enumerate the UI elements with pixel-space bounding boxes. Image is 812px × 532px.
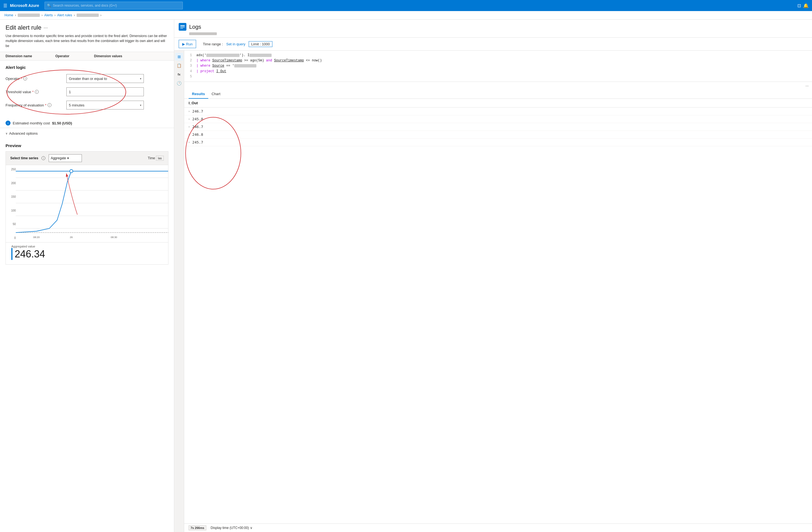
- threshold-input[interactable]: [67, 87, 144, 96]
- breadcrumb-sep5: ›: [100, 13, 102, 17]
- aggregate-select[interactable]: Aggregate ▾: [49, 154, 82, 162]
- advanced-options-toggle[interactable]: ∨ Advanced options: [0, 128, 174, 139]
- logs-icon: [179, 23, 186, 31]
- line-num-2: 2: [188, 58, 192, 63]
- time-series-label: Select time series: [10, 156, 38, 160]
- frequency-select[interactable]: 5 minutes ▾: [67, 101, 144, 109]
- aggregate-value: Aggregate: [50, 156, 66, 160]
- preview-title: Preview: [5, 143, 169, 148]
- cost-estimate-text: Estimated monthly cost: [13, 121, 50, 125]
- time-range-value[interactable]: Set in query: [226, 42, 245, 46]
- limit-badge[interactable]: Limit : 1000: [249, 41, 272, 47]
- cost-amount: $1.50 (USD): [52, 121, 72, 125]
- notification-icon[interactable]: 🔔: [803, 3, 809, 8]
- operator-control: Greater than or equal to ▾: [67, 74, 144, 83]
- operator-row: Operator * i Greater than or equal to ▾: [5, 74, 169, 83]
- left-panel: Edit alert rule ··· Use dimensions to mo…: [0, 20, 174, 532]
- query-ellipsis[interactable]: ···: [184, 82, 812, 90]
- page-title: Edit alert rule: [5, 24, 42, 31]
- operator-info-icon[interactable]: i: [23, 77, 27, 80]
- table-row[interactable]: › 246.7: [184, 107, 812, 115]
- code-content-5: [197, 74, 198, 79]
- topbar: ☰ Microsoft Azure 🔍 Search resources, se…: [0, 0, 812, 11]
- expand-arrow-2: ›: [189, 118, 189, 121]
- frequency-row: Frequency of evaluation * i 5 minutes ▾: [5, 101, 169, 109]
- breadcrumb-sep3: ›: [55, 13, 56, 17]
- display-time-chevron: ∨: [250, 526, 252, 530]
- results-tab-results[interactable]: Results: [189, 90, 208, 99]
- results-tab-chart[interactable]: Chart: [208, 90, 224, 99]
- breadcrumb-sep4: ›: [74, 13, 75, 17]
- expand-arrow-1: ›: [189, 110, 189, 113]
- table-row[interactable]: › 246.7: [184, 123, 812, 131]
- logs-title: Logs: [189, 24, 201, 30]
- line-num-1: 1: [188, 53, 192, 58]
- display-time-label: Display time (UTC+00:00): [211, 526, 249, 530]
- table-row[interactable]: › 245.7: [184, 138, 812, 146]
- line-num-3: 3: [188, 63, 192, 69]
- breadcrumb-blurred1: [18, 14, 40, 17]
- dim-col-values: Dimension values: [94, 54, 169, 58]
- code-line-3: 3 | where Source == ': [188, 63, 809, 69]
- portal-icon[interactable]: ⊡: [797, 3, 801, 8]
- preview-toolbar: Select time series i Aggregate ▾ Time la…: [5, 151, 169, 165]
- logs-history-icon[interactable]: 🕐: [175, 79, 183, 87]
- page-title-menu[interactable]: ···: [44, 25, 48, 31]
- right-panel: Logs ▶ Run Time range : Set in query Lim…: [174, 20, 812, 532]
- line-num-5: 5: [188, 74, 192, 79]
- frequency-required: *: [45, 103, 46, 107]
- svg-rect-14: [180, 27, 185, 27]
- page-title-area: Edit alert rule ···: [0, 20, 174, 33]
- app-logo: Microsoft Azure: [10, 3, 39, 8]
- threshold-control: [67, 87, 144, 96]
- svg-text:26: 26: [70, 236, 73, 239]
- time-series-info-icon[interactable]: i: [42, 156, 45, 160]
- cost-info-icon: i: [5, 121, 11, 125]
- main-layout: Edit alert rule ··· Use dimensions to mo…: [0, 20, 812, 532]
- dimensions-table-header: Dimension name Operator Dimension values: [0, 52, 174, 61]
- breadcrumb-home[interactable]: Home: [4, 13, 13, 17]
- threshold-info-icon[interactable]: i: [35, 90, 39, 94]
- frequency-chevron-icon: ▾: [140, 104, 141, 107]
- search-bar[interactable]: 🔍 Search resources, services, and docs (…: [45, 2, 183, 10]
- breadcrumb-alert-rules[interactable]: Alert rules: [57, 13, 72, 17]
- display-time-select[interactable]: Display time (UTC+00:00) ∨: [211, 526, 252, 530]
- frequency-info-icon[interactable]: i: [47, 103, 52, 107]
- code-line-5: 5: [188, 74, 809, 79]
- table-row[interactable]: › 246.8: [184, 131, 812, 138]
- svg-rect-15: [180, 28, 183, 29]
- aggregated-number: 246.34: [11, 248, 163, 260]
- operator-required: *: [21, 77, 22, 81]
- description-text: Use dimensions to monitor specific time …: [0, 33, 174, 52]
- code-line-4: 4 | project I_Out: [188, 69, 809, 74]
- chart-y-label-0: 0: [7, 236, 16, 239]
- chart-y-label-250: 250: [7, 168, 16, 171]
- breadcrumb-blurred2: [77, 14, 99, 17]
- threshold-row: Threshold value * i: [5, 87, 169, 96]
- query-editor: 1 adx(' '). I 2 | where SourceTimestamp …: [184, 50, 812, 532]
- chart-area: 0 50 100 150 200 250: [5, 165, 169, 242]
- frequency-label: Frequency of evaluation * i: [5, 103, 67, 107]
- results-table: › 246.7 › 245.8 › 246.7 ›: [184, 107, 812, 523]
- svg-text:08:20: 08:20: [33, 236, 40, 239]
- table-row[interactable]: › 245.8: [184, 115, 812, 123]
- line-num-4: 4: [188, 69, 192, 74]
- operator-chevron-icon: ▾: [140, 77, 141, 80]
- logs-subtitle: [189, 32, 808, 35]
- logs-table-icon[interactable]: ⊞: [175, 53, 183, 61]
- run-button[interactable]: ▶ Run: [179, 40, 196, 48]
- svg-point-8: [70, 169, 73, 173]
- operator-select[interactable]: Greater than or equal to ▾: [67, 74, 144, 83]
- logs-function-icon[interactable]: fx: [175, 71, 183, 78]
- search-icon: 🔍: [47, 4, 51, 8]
- aggregated-label: Aggregated value: [11, 245, 163, 248]
- logs-db-icon[interactable]: 📋: [175, 62, 183, 70]
- chart-y-label-200: 200: [7, 182, 16, 185]
- cost-estimate-row: i Estimated monthly cost $1.50 (USD): [0, 118, 174, 128]
- query-code-area: 1 adx(' '). I 2 | where SourceTimestamp …: [184, 50, 812, 82]
- code-content-3: | where Source == ': [197, 63, 256, 69]
- hamburger-icon[interactable]: ☰: [3, 3, 7, 8]
- chart-svg: 08:20 26 08:30: [16, 165, 168, 242]
- preview-section: Preview Select time series i Aggregate ▾…: [0, 139, 174, 265]
- breadcrumb-alerts[interactable]: Alerts: [44, 13, 53, 17]
